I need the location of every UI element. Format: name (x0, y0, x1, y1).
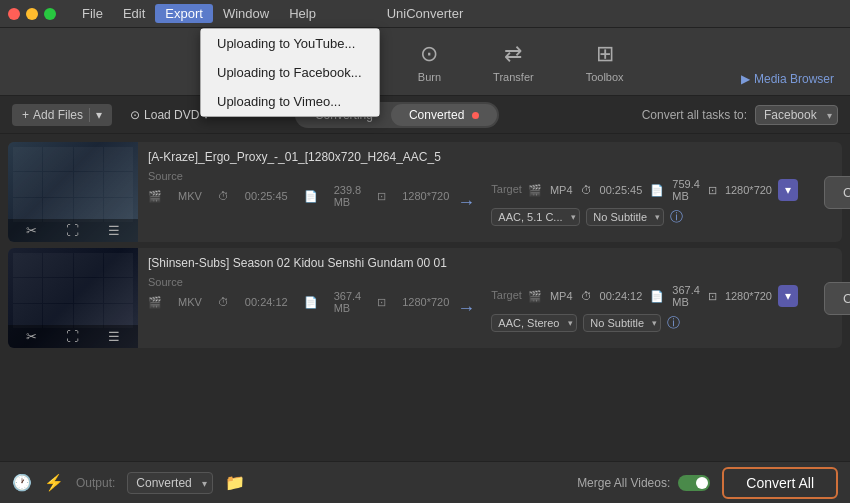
target-resolution-icon-2: ⊡ (708, 290, 717, 303)
audio-select-2[interactable]: AAC, Stereo (491, 314, 577, 332)
output-select[interactable]: Converted (127, 472, 213, 494)
target-resolution-1: 1280*720 (725, 184, 772, 196)
source-duration-1: 00:25:45 (245, 190, 288, 202)
traffic-lights (8, 8, 56, 20)
convert-button-2[interactable]: Convert (824, 282, 850, 315)
export-facebook[interactable]: Uploading to Facebook... (201, 58, 379, 87)
target-format-dropdown-1[interactable]: ▾ (778, 179, 798, 201)
toolbar-transfer[interactable]: ⇄ Transfer (483, 37, 544, 87)
source-resolution-icon-2: ⊡ (377, 296, 386, 309)
title-bar: File Edit Export Window Help UniConverte… (0, 0, 850, 28)
tab-converted[interactable]: Converted (391, 104, 497, 126)
target-format-2: MP4 (550, 290, 573, 302)
file-card-1: ✂ ⛶ ☰ [A-Kraze]_Ergo_Proxy_-_01_[1280x72… (8, 142, 842, 242)
toolbar-toolbox[interactable]: ⊞ Toolbox (576, 37, 634, 87)
close-button[interactable] (8, 8, 20, 20)
list-icon-1[interactable]: ☰ (108, 223, 120, 238)
dvd-icon: ⊙ (130, 108, 140, 122)
target-format-dropdown-2[interactable]: ▾ (778, 285, 798, 307)
folder-icon[interactable]: 📁 (225, 473, 245, 492)
target-meta-1: 🎬 MP4 ⏱ 00:25:45 📄 759.4 MB ⊡ 1280*720 (528, 178, 772, 202)
source-resolution-icon-1: ⊡ (377, 190, 386, 203)
info-icon-1[interactable]: ⓘ (670, 208, 683, 226)
toolbar-transfer-label: Transfer (493, 71, 534, 83)
target-label-2: Target (491, 289, 522, 301)
output-label: Output: (76, 476, 115, 490)
audio-select-1[interactable]: AAC, 5.1 C... (491, 208, 580, 226)
source-size-icon-2: 📄 (304, 296, 318, 309)
target-label-1: Target (491, 183, 522, 195)
media-browser-icon: ▶ (741, 72, 750, 86)
plus-icon: + (22, 108, 29, 122)
target-format-icon-1: 🎬 (528, 184, 542, 197)
export-vimeo[interactable]: Uploading to Vimeo... (201, 87, 379, 116)
crop-icon-1[interactable]: ⛶ (66, 223, 79, 238)
add-files-label: Add Files (33, 108, 83, 122)
list-icon-2[interactable]: ☰ (108, 329, 120, 344)
file-info-1: [A-Kraze]_Ergo_Proxy_-_01_[1280x720_H264… (138, 142, 816, 242)
target-size-icon-2: 📄 (650, 290, 664, 303)
file-title-1: [A-Kraze]_Ergo_Proxy_-_01_[1280x720_H264… (148, 150, 806, 164)
export-youtube[interactable]: Uploading to YouTube... (201, 29, 379, 58)
subtitle-select-2[interactable]: No Subtitle (583, 314, 661, 332)
menu-export[interactable]: Export (155, 4, 213, 23)
export-dropdown-menu: Uploading to YouTube... Uploading to Fac… (200, 28, 380, 117)
source-format-1: MKV (178, 190, 202, 202)
source-duration-2: 00:24:12 (245, 296, 288, 308)
history-icon[interactable]: 🕐 (12, 473, 32, 492)
menu-file[interactable]: File (72, 4, 113, 23)
scissors-icon-1[interactable]: ✂ (26, 223, 37, 238)
arrow-icon-2: → (449, 298, 483, 319)
source-label-1: Source (148, 170, 449, 182)
source-format-2: MKV (178, 296, 202, 308)
transfer-icon: ⇄ (504, 41, 522, 67)
info-icon-2[interactable]: ⓘ (667, 314, 680, 332)
crop-icon-2[interactable]: ⛶ (66, 329, 79, 344)
flash-icon[interactable]: ⚡ (44, 473, 64, 492)
target-duration-1: 00:25:45 (600, 184, 643, 196)
convert-all-button[interactable]: Convert All (722, 467, 838, 499)
merge-videos-label: Merge All Videos: (577, 476, 670, 490)
source-size-1: 239.8 MB (334, 184, 362, 208)
toolbar-burn[interactable]: ⊙ Burn (408, 37, 451, 87)
thumbnail-controls-2: ✂ ⛶ ☰ (8, 325, 138, 348)
audio-select-wrap-2: AAC, Stereo (491, 314, 577, 332)
target-duration-icon-1: ⏱ (581, 184, 592, 196)
subtitle-select-1[interactable]: No Subtitle (586, 208, 664, 226)
toolbar-burn-label: Burn (418, 71, 441, 83)
convert-button-1[interactable]: Convert (824, 176, 850, 209)
file-info-2: [Shinsen-Subs] Season 02 Kidou Senshi Gu… (138, 248, 816, 348)
target-size-icon-1: 📄 (650, 184, 664, 197)
toolbar: ⟳ Convert ⬇ Download ⊙ Burn ⇄ Transfer ⊞… (0, 28, 850, 96)
add-files-arrow-icon: ▾ (89, 108, 102, 122)
file-title-2: [Shinsen-Subs] Season 02 Kidou Senshi Gu… (148, 256, 806, 270)
media-browser-button[interactable]: ▶ Media Browser (741, 72, 834, 86)
toolbox-icon: ⊞ (596, 41, 614, 67)
target-format-1: MP4 (550, 184, 573, 196)
menu-help[interactable]: Help (279, 4, 326, 23)
menu-bar: File Edit Export Window Help (72, 4, 326, 23)
menu-edit[interactable]: Edit (113, 4, 155, 23)
add-files-button[interactable]: + Add Files ▾ (12, 104, 112, 126)
target-duration-2: 00:24:12 (600, 290, 643, 302)
convert-all-tasks-label: Convert all tasks to: (642, 108, 747, 122)
output-select-wrap: Converted (127, 472, 213, 494)
minimize-button[interactable] (26, 8, 38, 20)
source-format-icon-1: 🎬 (148, 190, 162, 203)
tab-converted-label: Converted (409, 108, 464, 122)
menu-window[interactable]: Window (213, 4, 279, 23)
scissors-icon-2[interactable]: ✂ (26, 329, 37, 344)
maximize-button[interactable] (44, 8, 56, 20)
merge-videos-section: Merge All Videos: (577, 475, 710, 491)
audio-subtitle-row-2: AAC, Stereo No Subtitle ⓘ (491, 314, 798, 332)
target-size-2: 367.4 MB (672, 284, 700, 308)
thumbnail-controls-1: ✂ ⛶ ☰ (8, 219, 138, 242)
source-meta-2: 🎬 MKV ⏱ 00:24:12 📄 367.4 MB ⊡ 1280*720 (148, 290, 449, 314)
arrow-icon-1: → (449, 192, 483, 213)
target-meta-2: 🎬 MP4 ⏱ 00:24:12 📄 367.4 MB ⊡ 1280*720 (528, 284, 772, 308)
convert-target-select[interactable]: Facebook (755, 105, 838, 125)
target-duration-icon-2: ⏱ (581, 290, 592, 302)
source-size-2: 367.4 MB (334, 290, 362, 314)
target-size-1: 759.4 MB (672, 178, 700, 202)
merge-videos-toggle[interactable] (678, 475, 710, 491)
